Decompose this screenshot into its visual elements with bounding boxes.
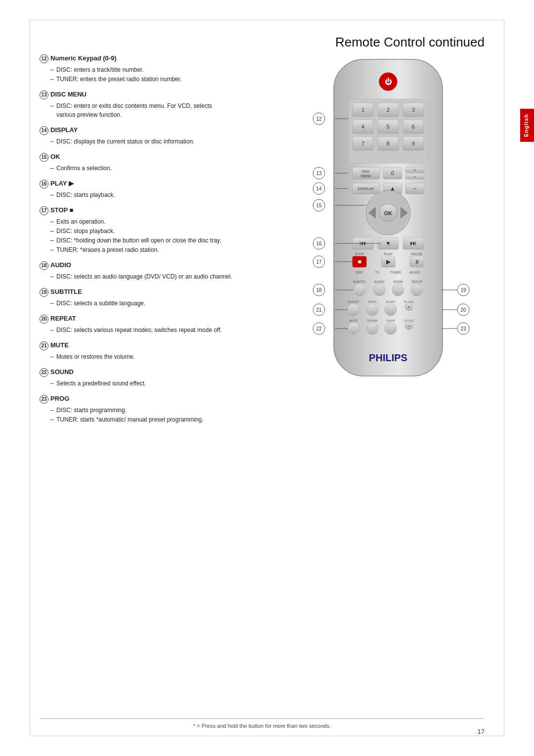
list-item: DISC: stops playback. [50, 227, 232, 236]
page-border-bottom [30, 736, 504, 736]
section-title-18: 18AUDIO [40, 261, 232, 270]
list-item: DISC: starts playback. [50, 190, 232, 199]
list-item: Confirms a selection. [50, 164, 232, 173]
section-23: 23PROGDISC: starts programming.TUNER: st… [40, 395, 232, 424]
section-label-21: MUTE [50, 341, 69, 349]
language-tab: English [520, 109, 534, 142]
svg-text:REPEAT: REPEAT [348, 300, 359, 303]
svg-text:8: 8 [387, 141, 390, 146]
list-item: Mutes or restores the volume. [50, 352, 232, 361]
remote-illustration: ⏻ 1 2 3 4 5 6 7 [304, 54, 482, 391]
section-bullets-20: DISC: selects various repeat modes; swit… [50, 326, 232, 334]
svg-text:5: 5 [387, 124, 390, 130]
svg-text:9: 9 [412, 141, 415, 146]
svg-text:STOP: STOP [355, 252, 364, 256]
section-14: 14DISPLAYDISC: displays the current stat… [40, 126, 232, 146]
svg-point-84 [366, 323, 378, 334]
section-13: 13DISC MENUDISC: enters or exits disc co… [40, 91, 232, 119]
section-label-14: DISPLAY [50, 126, 78, 134]
svg-text:16: 16 [316, 241, 322, 246]
svg-text:SETUP: SETUP [411, 280, 422, 284]
section-19: 19SUBTITLEDISC: selects a subtitle langu… [40, 288, 232, 308]
section-num-15: 15 [40, 153, 48, 162]
svg-text:PLAY: PLAY [384, 252, 393, 256]
svg-text:MENU: MENU [361, 174, 371, 178]
svg-point-69 [411, 284, 423, 296]
list-item: DISC: displays the current status or dis… [50, 137, 232, 146]
svg-text:–: – [407, 323, 410, 329]
list-item: DISC: enters a track/title number. [50, 65, 232, 74]
section-label-19: SUBTITLE [50, 288, 82, 295]
section-num-16: 16 [40, 180, 48, 189]
svg-text:SOUND: SOUND [367, 319, 378, 322]
section-12: 12Numeric Keypad (0-9)DISC: enters a tra… [40, 54, 232, 84]
svg-text:OK: OK [384, 210, 393, 216]
section-title-14: 14DISPLAY [40, 126, 232, 135]
section-title-17: 17STOP ■ [40, 206, 232, 215]
svg-text:⏸: ⏸ [414, 259, 420, 265]
footer-note: * = Press and hold the button for more t… [40, 718, 485, 729]
list-item: TUNER: starts *automatic/ manual preset … [50, 415, 232, 424]
svg-text:3: 3 [412, 107, 415, 113]
svg-text:22: 22 [316, 326, 322, 331]
content-area: 12Numeric Keypad (0-9)DISC: enters a tra… [40, 54, 485, 716]
svg-text:SURR: SURR [386, 319, 395, 322]
svg-text:–: – [413, 174, 416, 179]
svg-point-68 [392, 284, 404, 296]
svg-text:DISPLAY: DISPLAY [357, 187, 374, 191]
section-label-13: DISC MENU [50, 91, 87, 98]
svg-text:0: 0 [391, 170, 394, 176]
section-label-17: STOP ■ [50, 206, 73, 214]
title-main: Remote Control [335, 35, 425, 49]
section-title-20: 20REPEAT [40, 315, 232, 324]
section-title-23: 23PROG [40, 395, 232, 404]
svg-text:TV: TV [375, 271, 380, 274]
list-item: Exits an operation. [50, 217, 232, 226]
svg-text:6: 6 [412, 124, 415, 130]
svg-text:⏻: ⏻ [385, 78, 392, 86]
list-item: DISC: starts programming. [50, 406, 232, 415]
section-bullets-14: DISC: displays the current status or dis… [50, 137, 232, 146]
section-title-15: 15OK [40, 153, 232, 162]
section-num-20: 20 [40, 315, 48, 324]
svg-text:1: 1 [361, 107, 364, 113]
section-num-17: 17 [40, 206, 48, 215]
section-title-13: 13DISC MENU [40, 91, 232, 99]
svg-text:AUX/DI: AUX/DI [409, 271, 420, 274]
svg-text:■: ■ [357, 258, 361, 265]
section-21: 21MUTEMutes or restores the volume. [40, 341, 232, 361]
svg-text:13: 13 [316, 171, 322, 176]
svg-text:DISC: DISC [356, 271, 363, 274]
section-label-16: PLAY ▶ [50, 180, 74, 187]
svg-text:DISC: DISC [362, 170, 370, 173]
section-num-19: 19 [40, 288, 48, 297]
list-item: TUNER: enters the preset radio station n… [50, 75, 232, 84]
svg-point-76 [385, 304, 397, 316]
page-border-right [504, 20, 504, 736]
svg-text:ZOOM: ZOOM [393, 280, 403, 284]
svg-text:23: 23 [460, 326, 466, 331]
section-bullets-12: DISC: enters a track/title number.TUNER:… [50, 65, 232, 84]
section-label-20: REPEAT [50, 315, 76, 322]
svg-text:17: 17 [316, 259, 322, 265]
page-border-left [30, 20, 30, 736]
svg-point-67 [373, 284, 385, 296]
section-label-18: AUDIO [50, 261, 71, 269]
svg-text:▼: ▼ [385, 240, 391, 247]
svg-text:PAUSE: PAUSE [411, 252, 423, 256]
list-item: DISC: selects an audio language (DVD/ VC… [50, 272, 232, 281]
section-bullets-17: Exits an operation.DISC: stops playback.… [50, 217, 232, 254]
title-suffix: continued [425, 35, 485, 49]
svg-point-83 [348, 323, 359, 334]
section-20: 20REPEATDISC: selects various repeat mod… [40, 315, 232, 334]
svg-text:SUBTITL: SUBTITL [353, 280, 366, 284]
svg-text:–: – [413, 185, 417, 191]
section-label-15: OK [50, 153, 60, 160]
section-bullets-15: Confirms a selection. [50, 164, 232, 173]
section-num-21: 21 [40, 341, 48, 350]
svg-text:TUNER: TUNER [390, 271, 401, 274]
svg-text:14: 14 [316, 186, 322, 191]
svg-text:+: + [407, 305, 410, 310]
section-title-12: 12Numeric Keypad (0-9) [40, 54, 232, 63]
svg-text:20: 20 [460, 307, 466, 313]
